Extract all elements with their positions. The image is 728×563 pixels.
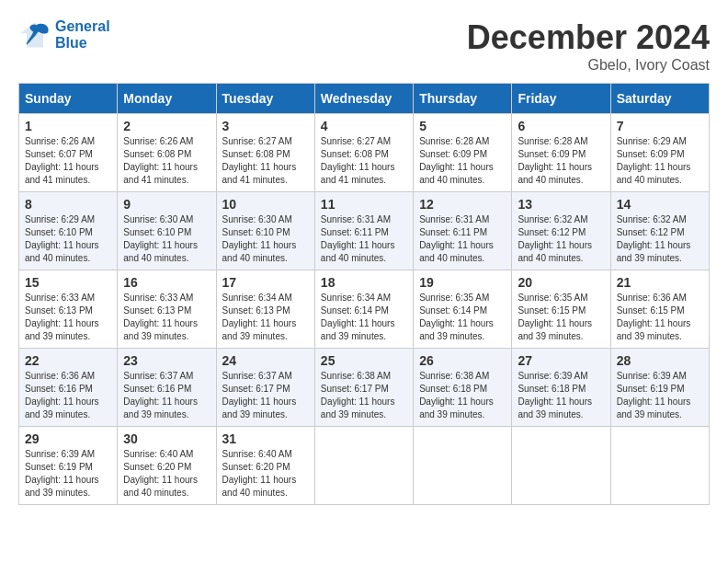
calendar-cell: 28Sunrise: 6:39 AMSunset: 6:19 PMDayligh… <box>610 349 709 427</box>
day-number: 1 <box>25 119 111 133</box>
calendar-cell: 18Sunrise: 6:34 AMSunset: 6:14 PMDayligh… <box>314 270 413 349</box>
day-info: Sunrise: 6:31 AMSunset: 6:11 PMDaylight:… <box>419 213 506 265</box>
day-info: Sunrise: 6:35 AMSunset: 6:15 PMDaylight:… <box>518 292 604 343</box>
day-number: 17 <box>222 275 309 290</box>
day-number: 13 <box>518 197 604 212</box>
calendar-cell: 21Sunrise: 6:36 AMSunset: 6:15 PMDayligh… <box>610 270 709 349</box>
calendar-cell: 31Sunrise: 6:40 AMSunset: 6:20 PMDayligh… <box>216 427 314 505</box>
day-number: 4 <box>321 119 407 133</box>
day-info: Sunrise: 6:26 AMSunset: 6:08 PMDaylight:… <box>123 135 210 187</box>
calendar-cell: 5Sunrise: 6:28 AMSunset: 6:09 PMDaylight… <box>414 114 512 192</box>
day-number: 9 <box>123 197 210 212</box>
day-info: Sunrise: 6:37 AMSunset: 6:16 PMDaylight:… <box>123 370 210 421</box>
day-info: Sunrise: 6:33 AMSunset: 6:13 PMDaylight:… <box>25 292 111 343</box>
calendar-cell: 13Sunrise: 6:32 AMSunset: 6:12 PMDayligh… <box>512 192 610 270</box>
day-info: Sunrise: 6:35 AMSunset: 6:14 PMDaylight:… <box>419 292 506 343</box>
day-number: 19 <box>419 275 506 290</box>
calendar-cell: 7Sunrise: 6:29 AMSunset: 6:09 PMDaylight… <box>610 114 709 192</box>
day-number: 10 <box>222 197 309 212</box>
calendar-cell: 10Sunrise: 6:30 AMSunset: 6:10 PMDayligh… <box>216 192 314 270</box>
calendar-cell <box>414 427 512 505</box>
day-info: Sunrise: 6:34 AMSunset: 6:13 PMDaylight:… <box>222 292 309 343</box>
day-number: 25 <box>321 353 407 368</box>
day-number: 26 <box>419 353 506 368</box>
day-info: Sunrise: 6:40 AMSunset: 6:20 PMDaylight:… <box>123 448 210 500</box>
calendar-cell: 16Sunrise: 6:33 AMSunset: 6:13 PMDayligh… <box>118 270 216 349</box>
day-info: Sunrise: 6:31 AMSunset: 6:11 PMDaylight:… <box>321 213 407 265</box>
title-block: December 2024 Gbelo, Ivory Coast <box>467 18 710 74</box>
day-header-saturday: Saturday <box>610 84 709 114</box>
month-title: December 2024 <box>467 18 710 57</box>
day-number: 29 <box>25 431 111 446</box>
day-header-tuesday: Tuesday <box>216 84 314 114</box>
calendar-cell <box>314 427 413 505</box>
calendar-table: SundayMondayTuesdayWednesdayThursdayFrid… <box>18 83 710 505</box>
day-number: 2 <box>123 119 210 133</box>
day-header-row: SundayMondayTuesdayWednesdayThursdayFrid… <box>19 84 710 114</box>
calendar-cell: 9Sunrise: 6:30 AMSunset: 6:10 PMDaylight… <box>118 192 216 270</box>
day-info: Sunrise: 6:38 AMSunset: 6:18 PMDaylight:… <box>419 370 506 421</box>
logo: General Blue <box>18 18 110 52</box>
calendar-week-3: 15Sunrise: 6:33 AMSunset: 6:13 PMDayligh… <box>19 270 710 349</box>
day-header-sunday: Sunday <box>19 84 118 114</box>
day-header-thursday: Thursday <box>414 84 512 114</box>
day-info: Sunrise: 6:30 AMSunset: 6:10 PMDaylight:… <box>222 213 309 265</box>
calendar-cell <box>512 427 610 505</box>
calendar-cell: 23Sunrise: 6:37 AMSunset: 6:16 PMDayligh… <box>118 349 216 427</box>
day-info: Sunrise: 6:33 AMSunset: 6:13 PMDaylight:… <box>123 292 210 343</box>
calendar-cell: 24Sunrise: 6:37 AMSunset: 6:17 PMDayligh… <box>216 349 314 427</box>
day-number: 20 <box>518 275 604 290</box>
day-number: 3 <box>222 119 309 133</box>
day-info: Sunrise: 6:28 AMSunset: 6:09 PMDaylight:… <box>419 135 506 187</box>
day-info: Sunrise: 6:28 AMSunset: 6:09 PMDaylight:… <box>518 135 604 187</box>
calendar-week-1: 1Sunrise: 6:26 AMSunset: 6:07 PMDaylight… <box>19 114 710 192</box>
day-info: Sunrise: 6:27 AMSunset: 6:08 PMDaylight:… <box>321 135 407 187</box>
location-subtitle: Gbelo, Ivory Coast <box>467 57 710 74</box>
day-info: Sunrise: 6:37 AMSunset: 6:17 PMDaylight:… <box>222 370 309 421</box>
day-number: 7 <box>617 119 703 133</box>
day-info: Sunrise: 6:27 AMSunset: 6:08 PMDaylight:… <box>222 135 309 187</box>
day-info: Sunrise: 6:39 AMSunset: 6:19 PMDaylight:… <box>25 448 111 500</box>
day-number: 6 <box>518 119 604 133</box>
calendar-cell: 8Sunrise: 6:29 AMSunset: 6:10 PMDaylight… <box>19 192 118 270</box>
calendar-cell: 12Sunrise: 6:31 AMSunset: 6:11 PMDayligh… <box>414 192 512 270</box>
day-number: 21 <box>617 275 703 290</box>
day-number: 23 <box>123 353 210 368</box>
logo-bird-icon <box>18 18 51 52</box>
day-info: Sunrise: 6:26 AMSunset: 6:07 PMDaylight:… <box>25 135 111 187</box>
day-info: Sunrise: 6:29 AMSunset: 6:09 PMDaylight:… <box>617 135 703 187</box>
day-number: 5 <box>419 119 506 133</box>
day-info: Sunrise: 6:36 AMSunset: 6:16 PMDaylight:… <box>25 370 111 421</box>
day-header-wednesday: Wednesday <box>314 84 413 114</box>
calendar-week-2: 8Sunrise: 6:29 AMSunset: 6:10 PMDaylight… <box>19 192 710 270</box>
day-number: 18 <box>321 275 407 290</box>
calendar-cell: 26Sunrise: 6:38 AMSunset: 6:18 PMDayligh… <box>414 349 512 427</box>
calendar-cell: 22Sunrise: 6:36 AMSunset: 6:16 PMDayligh… <box>19 349 118 427</box>
day-info: Sunrise: 6:30 AMSunset: 6:10 PMDaylight:… <box>123 213 210 265</box>
calendar-cell: 17Sunrise: 6:34 AMSunset: 6:13 PMDayligh… <box>216 270 314 349</box>
day-number: 24 <box>222 353 309 368</box>
calendar-cell: 6Sunrise: 6:28 AMSunset: 6:09 PMDaylight… <box>512 114 610 192</box>
page-header: General Blue December 2024 Gbelo, Ivory … <box>18 18 710 74</box>
logo-text: General Blue <box>55 18 110 52</box>
calendar-cell: 29Sunrise: 6:39 AMSunset: 6:19 PMDayligh… <box>19 427 118 505</box>
day-info: Sunrise: 6:40 AMSunset: 6:20 PMDaylight:… <box>222 448 309 500</box>
calendar-cell: 25Sunrise: 6:38 AMSunset: 6:17 PMDayligh… <box>314 349 413 427</box>
calendar-cell: 11Sunrise: 6:31 AMSunset: 6:11 PMDayligh… <box>314 192 413 270</box>
day-number: 30 <box>123 431 210 446</box>
calendar-cell: 3Sunrise: 6:27 AMSunset: 6:08 PMDaylight… <box>216 114 314 192</box>
day-number: 22 <box>25 353 111 368</box>
calendar-cell: 15Sunrise: 6:33 AMSunset: 6:13 PMDayligh… <box>19 270 118 349</box>
day-number: 15 <box>25 275 111 290</box>
day-info: Sunrise: 6:32 AMSunset: 6:12 PMDaylight:… <box>617 213 703 265</box>
day-info: Sunrise: 6:39 AMSunset: 6:19 PMDaylight:… <box>617 370 703 421</box>
calendar-cell: 1Sunrise: 6:26 AMSunset: 6:07 PMDaylight… <box>19 114 118 192</box>
calendar-week-5: 29Sunrise: 6:39 AMSunset: 6:19 PMDayligh… <box>19 427 710 505</box>
calendar-cell: 27Sunrise: 6:39 AMSunset: 6:18 PMDayligh… <box>512 349 610 427</box>
day-number: 28 <box>617 353 703 368</box>
calendar-cell: 14Sunrise: 6:32 AMSunset: 6:12 PMDayligh… <box>610 192 709 270</box>
calendar-week-4: 22Sunrise: 6:36 AMSunset: 6:16 PMDayligh… <box>19 349 710 427</box>
day-info: Sunrise: 6:38 AMSunset: 6:17 PMDaylight:… <box>321 370 407 421</box>
day-header-monday: Monday <box>118 84 216 114</box>
day-header-friday: Friday <box>512 84 610 114</box>
